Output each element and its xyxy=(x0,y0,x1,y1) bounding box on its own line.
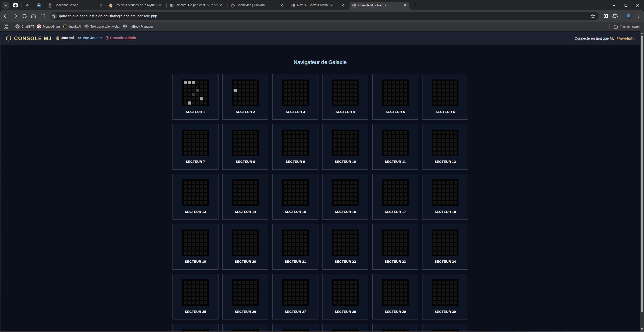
svg-text:W: W xyxy=(38,4,40,7)
